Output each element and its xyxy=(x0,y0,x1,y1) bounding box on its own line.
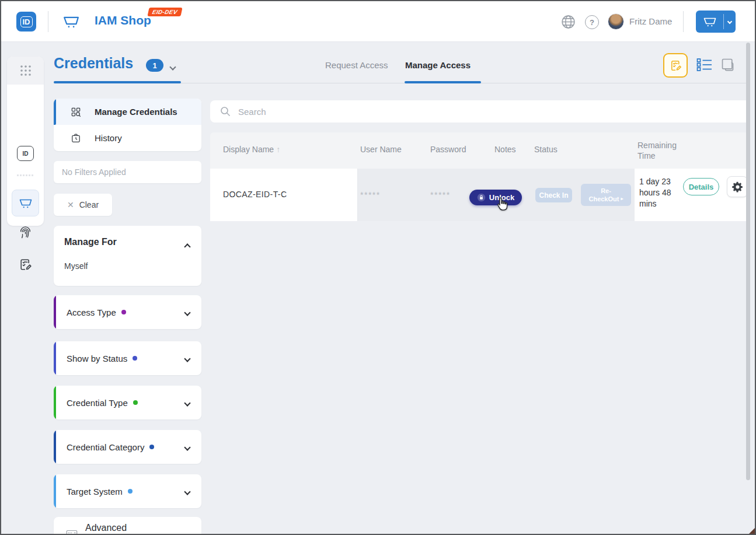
chevron-down-icon xyxy=(184,400,190,406)
history-icon xyxy=(70,132,82,144)
filter-label: Manage For xyxy=(64,237,117,247)
app-logo-text: ID xyxy=(20,16,33,27)
filter-value-myself[interactable]: Myself xyxy=(64,261,88,271)
check-in-button-disabled[interactable]: Check In xyxy=(535,188,572,202)
re-checkout-line1: Re- xyxy=(601,187,611,195)
chevron-down-icon xyxy=(727,19,732,24)
help-glyph: ? xyxy=(590,18,594,27)
filter-credential-type[interactable]: Credential Type xyxy=(54,386,201,419)
no-filters-text: No Filters Applied xyxy=(62,167,126,177)
cart-icon xyxy=(62,13,80,30)
chevron-down-icon xyxy=(184,355,190,362)
filter-dot xyxy=(133,356,137,361)
list-view-icon[interactable] xyxy=(696,58,713,73)
fingerprint-icon xyxy=(18,225,33,240)
details-button[interactable]: Details xyxy=(683,178,719,195)
collapse-toggle[interactable] xyxy=(185,241,190,251)
close-icon: ✕ xyxy=(67,200,74,209)
credential-display-name: DOCAZ-EID-T-C xyxy=(223,190,287,199)
unlock-button[interactable]: Unlock xyxy=(469,190,522,205)
rail-item-requests[interactable] xyxy=(18,257,33,272)
filter-dot xyxy=(149,445,154,449)
lock-icon xyxy=(477,193,486,202)
filter-label: Credential Type xyxy=(67,398,128,408)
edit-request-button[interactable] xyxy=(663,53,688,78)
language-globe-icon[interactable] xyxy=(560,14,576,30)
divider xyxy=(683,11,684,32)
filter-label: Access Type xyxy=(67,307,116,317)
document-edit-icon xyxy=(669,59,682,72)
cart-button[interactable] xyxy=(696,11,736,33)
vertical-scrollbar[interactable] xyxy=(746,43,750,480)
nav-item-label: Manage Credentials xyxy=(95,107,177,117)
app-logo[interactable]: ID xyxy=(16,12,36,32)
top-bar: ID IAM Shop EID-DEV ? Fritz Dame xyxy=(1,1,755,42)
user-name: Fritz Dame xyxy=(629,16,672,26)
column-remaining-time[interactable]: Remaining Time xyxy=(637,140,684,161)
no-filters-applied: No Filters Applied xyxy=(54,161,201,183)
masked-user-name: ***** xyxy=(360,190,381,200)
nav-item-manage-credentials[interactable]: Manage Credentials xyxy=(54,99,201,125)
filter-dot xyxy=(133,400,138,405)
clear-filters-button[interactable]: ✕ Clear xyxy=(54,194,112,216)
user-avatar[interactable] xyxy=(608,13,624,30)
masked-password: ***** xyxy=(430,190,451,200)
icon-rail: ID xyxy=(7,57,44,226)
expand-toggle[interactable] xyxy=(185,353,190,363)
details-label: Details xyxy=(689,183,714,191)
remaining-time-value: 1 day 23 hours 48 mins xyxy=(639,176,682,209)
column-notes[interactable]: Notes xyxy=(494,145,516,154)
column-label: Display Name xyxy=(223,145,274,154)
filter-label: Credential Category xyxy=(67,442,144,452)
chevron-up-icon xyxy=(184,243,190,250)
active-tab-underline xyxy=(405,81,481,83)
nav-item-history[interactable]: History xyxy=(54,125,201,151)
page-title: Credentials xyxy=(54,55,133,72)
sort-ascending-icon: ↑ xyxy=(276,145,280,154)
filter-manage-for: Manage For Myself xyxy=(54,226,201,286)
expand-toggle[interactable] xyxy=(185,397,190,408)
cart-icon xyxy=(19,197,33,209)
nav-item-label: History xyxy=(95,133,122,143)
column-user-name[interactable]: User Name xyxy=(360,145,402,154)
filter-label: Target System xyxy=(67,487,123,496)
clear-label: Clear xyxy=(79,200,99,209)
search-input[interactable] xyxy=(238,107,750,117)
help-icon[interactable]: ? xyxy=(585,15,599,29)
column-status[interactable]: Status xyxy=(534,145,558,154)
expand-toggle[interactable] xyxy=(185,530,190,535)
rail-separator xyxy=(17,174,34,176)
filter-advanced[interactable]: Advanced xyxy=(54,517,201,535)
expand-toggle[interactable] xyxy=(185,442,190,452)
chevron-down-icon xyxy=(184,532,190,535)
filter-target-system[interactable]: Target System xyxy=(54,474,201,508)
filter-show-by-status[interactable]: Show by Status xyxy=(54,341,201,375)
tab-manage-access[interactable]: Manage Access xyxy=(405,60,471,70)
column-display-name[interactable]: Display Name↑ xyxy=(223,145,280,154)
rail-item-shop-selected[interactable] xyxy=(12,190,39,216)
app-window: ID IAM Shop EID-DEV ? Fritz Dame xyxy=(0,0,756,535)
filter-label: Show by Status xyxy=(67,354,127,363)
rail-item-fingerprint[interactable] xyxy=(18,225,33,240)
unlock-label: Unlock xyxy=(489,193,514,202)
cart-dropdown-toggle[interactable] xyxy=(724,20,736,23)
re-checkout-button-disabled[interactable]: Re- CheckOut ▸ xyxy=(581,184,631,206)
filter-access-type[interactable]: Access Type xyxy=(54,295,201,329)
row-settings-button[interactable] xyxy=(727,176,748,197)
app-launcher-grid-icon[interactable] xyxy=(7,57,44,85)
identity-icon[interactable]: ID xyxy=(17,146,34,161)
manage-credentials-icon xyxy=(70,106,82,118)
card-view-icon[interactable] xyxy=(720,57,736,72)
expand-toggle[interactable] xyxy=(185,486,190,496)
expand-toggle[interactable] xyxy=(185,307,190,317)
tab-request-access[interactable]: Request Access xyxy=(325,60,388,70)
table-row: DOCAZ-EID-T-C ***** ***** Unlock Check I… xyxy=(210,169,750,221)
page-title-dropdown[interactable] xyxy=(170,61,175,72)
chevron-down-icon xyxy=(184,488,190,495)
cart-button-icon xyxy=(696,15,723,28)
column-password[interactable]: Password xyxy=(430,145,466,154)
table-header: Display Name↑ User Name Password Notes S… xyxy=(210,132,750,169)
filter-label: Advanced xyxy=(85,523,127,533)
caret-right-icon: ▸ xyxy=(621,196,623,201)
filter-credential-category[interactable]: Credential Category xyxy=(54,430,201,464)
